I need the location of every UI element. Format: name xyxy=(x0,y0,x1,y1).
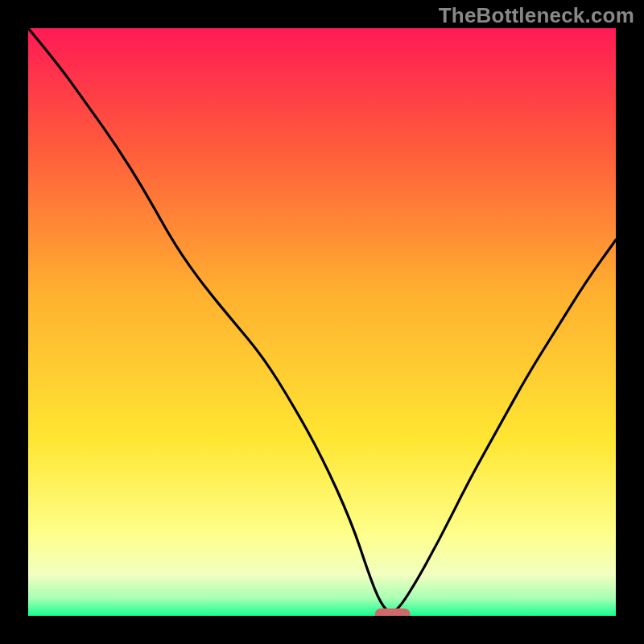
gradient-background xyxy=(28,28,616,616)
watermark-text: TheBottleneck.com xyxy=(439,3,634,28)
optimum-marker xyxy=(375,609,411,616)
chart-frame: TheBottleneck.com xyxy=(0,0,644,644)
bottleneck-chart xyxy=(28,28,616,616)
